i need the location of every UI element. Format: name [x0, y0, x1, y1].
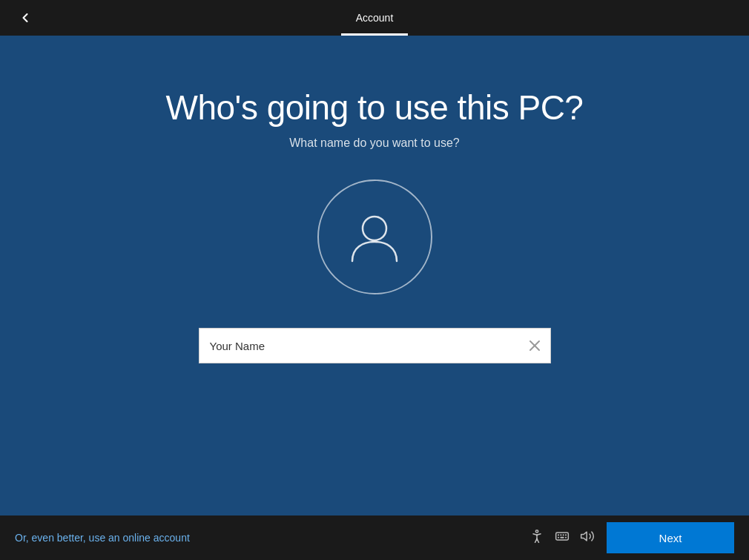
svg-marker-12 [581, 532, 587, 541]
bottom-bar: Or, even better, use an online account [0, 515, 749, 560]
tab-account[interactable]: Account [334, 0, 416, 36]
svg-point-0 [363, 217, 386, 240]
user-icon [345, 208, 404, 267]
main-content: Who's going to use this PC? What name do… [0, 36, 749, 515]
user-avatar [317, 179, 432, 294]
bottom-right-controls: Next [529, 522, 734, 553]
clear-icon [529, 340, 541, 352]
page-title: Who's going to use this PC? [166, 88, 584, 128]
page-subtitle: What name do you want to use? [289, 136, 459, 150]
volume-icon[interactable] [580, 529, 595, 547]
name-input[interactable] [199, 328, 551, 363]
svg-rect-4 [556, 533, 569, 540]
tab-container: Account [334, 0, 416, 36]
online-account-link[interactable]: Or, even better, use an online account [15, 532, 190, 544]
tab-account-label: Account [356, 12, 394, 24]
next-button[interactable]: Next [607, 522, 734, 553]
top-bar: Account [0, 0, 749, 36]
svg-point-3 [535, 530, 538, 533]
keyboard-icon[interactable] [555, 529, 570, 547]
bottom-bar-inner: Or, even better, use an online account [15, 522, 734, 553]
back-arrow-icon [18, 10, 33, 25]
accessibility-icon[interactable] [529, 529, 544, 547]
back-button[interactable] [12, 4, 39, 31]
tray-icons-group [529, 529, 595, 547]
name-input-container [199, 328, 551, 363]
clear-input-button[interactable] [526, 337, 544, 355]
